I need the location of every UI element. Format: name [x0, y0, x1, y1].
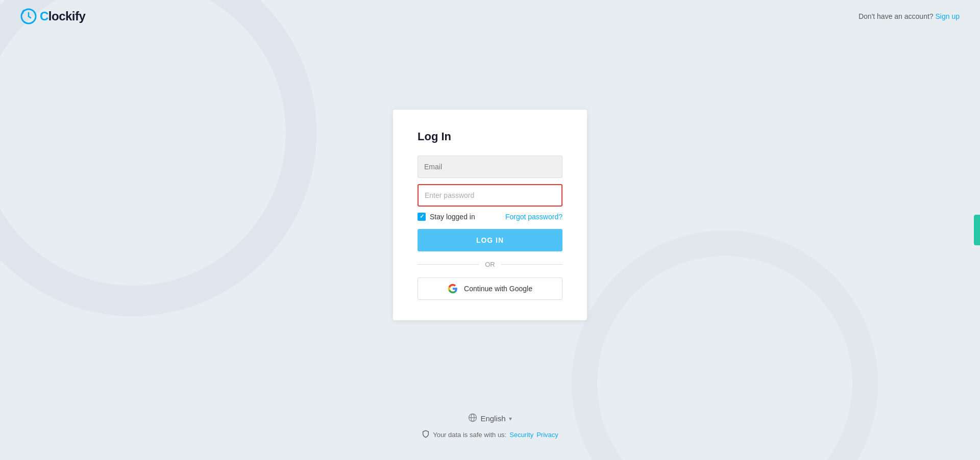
security-notice: Your data is safe with us: Security Priv…: [422, 430, 558, 440]
password-group: [418, 184, 562, 207]
footer: English ▾ Your data is safe with us: Sec…: [0, 413, 980, 440]
email-input[interactable]: [418, 156, 562, 178]
globe-icon: [468, 413, 477, 424]
shield-icon: [422, 430, 430, 440]
login-card: Log In Stay logged in Forgot password? L…: [393, 110, 587, 320]
email-group: [418, 156, 562, 178]
password-input[interactable]: [418, 184, 562, 207]
forgot-password-link[interactable]: Forgot password?: [505, 213, 562, 221]
privacy-link[interactable]: Privacy: [536, 431, 558, 439]
security-link[interactable]: Security: [509, 431, 533, 439]
login-title: Log In: [418, 130, 562, 143]
chevron-down-icon: ▾: [509, 415, 512, 422]
or-text: OR: [485, 261, 495, 268]
google-icon: [448, 284, 458, 294]
language-label: English: [480, 414, 505, 423]
login-button[interactable]: LOG IN: [418, 229, 562, 251]
stay-logged-in-checkbox[interactable]: [418, 213, 426, 221]
google-signin-button[interactable]: Continue with Google: [418, 277, 562, 300]
or-divider: OR: [418, 261, 562, 268]
or-line-right: [501, 264, 562, 265]
security-text: Your data is safe with us:: [433, 431, 506, 439]
green-tab: [974, 215, 980, 245]
stay-logged-in-label[interactable]: Stay logged in: [418, 213, 475, 221]
language-selector[interactable]: English ▾: [468, 413, 511, 424]
options-row: Stay logged in Forgot password?: [418, 213, 562, 221]
main-content: Log In Stay logged in Forgot password? L…: [0, 0, 980, 460]
or-line-left: [418, 264, 479, 265]
